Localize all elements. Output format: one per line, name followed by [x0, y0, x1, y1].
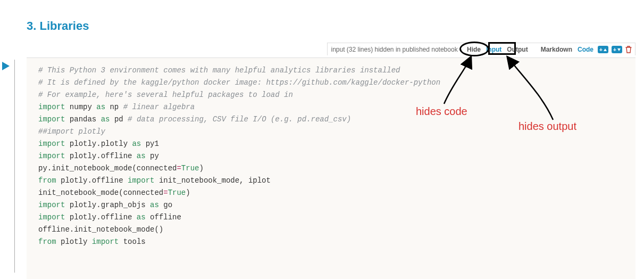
code-comment: ##import plotly: [38, 127, 105, 136]
code-line: import plotly.graph_objs as go: [38, 199, 624, 211]
code-line: from plotly.offline import init_notebook…: [38, 175, 624, 187]
code-line: import plotly.offline as py: [38, 150, 624, 162]
code-line: import plotly.plotly as py1: [38, 138, 624, 150]
hide-output-toggle[interactable]: Output: [506, 46, 529, 53]
delete-cell-button[interactable]: [625, 46, 632, 53]
code-line: import plotly.offline as offline: [38, 211, 624, 224]
cell-type-code[interactable]: Code: [576, 46, 595, 53]
hidden-message: input (32 lines) hidden in published not…: [331, 46, 457, 53]
toolbar-separator: ·: [461, 46, 463, 53]
hide-label: Hide: [466, 46, 482, 53]
cell-type-markdown[interactable]: Markdown: [540, 46, 573, 53]
cell-gutter: [0, 60, 15, 273]
cell-toolbar: input (32 lines) hidden in published not…: [327, 43, 635, 55]
hide-input-toggle[interactable]: Input: [485, 46, 503, 53]
code-line: offline.init_notebook_mode(): [38, 224, 624, 236]
code-line: init_notebook_mode(connected=True): [38, 187, 624, 199]
code-line: import numpy as np # linear algebra: [38, 101, 624, 113]
code-line: import pandas as pd # data processing, C…: [38, 113, 624, 126]
svg-text:+: +: [599, 47, 603, 53]
run-cell-button[interactable]: [2, 62, 10, 70]
section-heading: 3. Libraries: [27, 19, 89, 33]
add-cell-above-button[interactable]: +: [598, 46, 608, 53]
code-line: from plotly import tools: [38, 236, 624, 248]
add-cell-below-button[interactable]: +: [612, 46, 622, 53]
code-line: py.init_notebook_mode(connected=True): [38, 162, 624, 175]
code-editor[interactable]: # This Python 3 environment comes with m…: [27, 58, 635, 279]
code-comment: # For example, here's several helpful pa…: [38, 91, 293, 99]
svg-text:+: +: [613, 47, 616, 53]
code-comment: # It is defined by the kaggle/python doc…: [38, 78, 440, 87]
code-comment: # This Python 3 environment comes with m…: [38, 66, 400, 75]
